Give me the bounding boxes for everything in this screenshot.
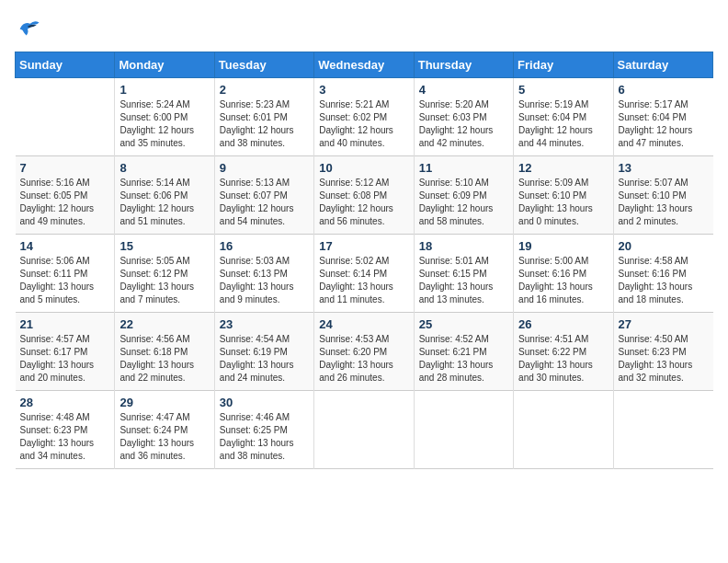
calendar-cell: 16Sunrise: 5:03 AM Sunset: 6:13 PM Dayli… [214, 235, 313, 313]
calendar-cell: 26Sunrise: 4:51 AM Sunset: 6:22 PM Dayli… [514, 313, 613, 391]
calendar-table: SundayMondayTuesdayWednesdayThursdayFrid… [15, 52, 713, 469]
calendar-cell: 13Sunrise: 5:07 AM Sunset: 6:10 PM Dayli… [613, 156, 712, 235]
day-info: Sunrise: 4:46 AM Sunset: 6:25 PM Dayligh… [220, 411, 309, 463]
day-info: Sunrise: 4:58 AM Sunset: 6:16 PM Dayligh… [619, 255, 709, 306]
day-info: Sunrise: 5:13 AM Sunset: 6:07 PM Dayligh… [220, 177, 309, 228]
day-info: Sunrise: 5:14 AM Sunset: 6:06 PM Dayligh… [119, 177, 209, 228]
calendar-cell: 29Sunrise: 4:47 AM Sunset: 6:24 PM Dayli… [115, 391, 214, 469]
day-info: Sunrise: 5:09 AM Sunset: 6:10 PM Dayligh… [518, 177, 608, 228]
calendar-cell: 1Sunrise: 5:24 AM Sunset: 6:00 PM Daylig… [115, 78, 214, 156]
calendar-cell: 24Sunrise: 4:53 AM Sunset: 6:20 PM Dayli… [314, 313, 414, 391]
day-number: 21 [20, 317, 110, 331]
calendar-cell: 8Sunrise: 5:14 AM Sunset: 6:06 PM Daylig… [115, 156, 214, 235]
calendar-cell: 22Sunrise: 4:56 AM Sunset: 6:18 PM Dayli… [115, 313, 214, 391]
weekday-header-wednesday: Wednesday [314, 52, 414, 78]
day-number: 19 [518, 239, 608, 253]
calendar-cell: 21Sunrise: 4:57 AM Sunset: 6:17 PM Dayli… [16, 313, 115, 391]
day-info: Sunrise: 5:01 AM Sunset: 6:15 PM Dayligh… [419, 255, 508, 306]
calendar-cell: 6Sunrise: 5:17 AM Sunset: 6:04 PM Daylig… [613, 78, 712, 156]
day-number: 30 [220, 396, 309, 409]
day-number: 12 [518, 161, 608, 175]
day-info: Sunrise: 5:05 AM Sunset: 6:12 PM Dayligh… [119, 255, 209, 306]
day-info: Sunrise: 4:57 AM Sunset: 6:17 PM Dayligh… [20, 333, 110, 385]
calendar-cell: 3Sunrise: 5:21 AM Sunset: 6:02 PM Daylig… [314, 78, 414, 156]
day-number: 27 [619, 317, 709, 331]
day-info: Sunrise: 4:52 AM Sunset: 6:21 PM Dayligh… [419, 333, 508, 385]
day-number: 26 [518, 317, 608, 331]
day-number: 20 [619, 239, 709, 253]
calendar-cell: 23Sunrise: 4:54 AM Sunset: 6:19 PM Dayli… [214, 313, 313, 391]
day-number: 14 [20, 239, 110, 253]
day-number: 9 [220, 161, 309, 175]
weekday-header-tuesday: Tuesday [214, 52, 313, 78]
day-number: 10 [319, 161, 408, 175]
day-number: 24 [319, 317, 408, 331]
calendar-cell: 12Sunrise: 5:09 AM Sunset: 6:10 PM Dayli… [514, 156, 613, 235]
day-info: Sunrise: 5:20 AM Sunset: 6:03 PM Dayligh… [419, 98, 508, 150]
day-info: Sunrise: 5:16 AM Sunset: 6:05 PM Dayligh… [20, 177, 110, 228]
calendar-cell: 19Sunrise: 5:00 AM Sunset: 6:16 PM Dayli… [514, 235, 613, 313]
day-number: 16 [220, 239, 309, 253]
calendar-week-4: 21Sunrise: 4:57 AM Sunset: 6:17 PM Dayli… [16, 313, 713, 391]
day-number: 3 [319, 83, 408, 97]
calendar-cell [613, 391, 712, 469]
day-number: 28 [20, 396, 110, 409]
calendar-week-1: 1Sunrise: 5:24 AM Sunset: 6:00 PM Daylig… [16, 78, 713, 156]
page-header [15, 15, 713, 40]
weekday-row: SundayMondayTuesdayWednesdayThursdayFrid… [16, 52, 713, 78]
calendar-cell: 18Sunrise: 5:01 AM Sunset: 6:15 PM Dayli… [414, 235, 513, 313]
calendar-cell [16, 78, 115, 156]
calendar-cell: 28Sunrise: 4:48 AM Sunset: 6:23 PM Dayli… [16, 391, 115, 469]
day-info: Sunrise: 5:21 AM Sunset: 6:02 PM Dayligh… [319, 98, 408, 150]
day-number: 15 [119, 239, 209, 253]
day-info: Sunrise: 5:23 AM Sunset: 6:01 PM Dayligh… [220, 98, 309, 150]
day-info: Sunrise: 4:47 AM Sunset: 6:24 PM Dayligh… [119, 411, 209, 463]
weekday-header-friday: Friday [514, 52, 613, 78]
day-number: 6 [619, 83, 709, 97]
day-info: Sunrise: 4:51 AM Sunset: 6:22 PM Dayligh… [518, 333, 608, 385]
calendar-body: 1Sunrise: 5:24 AM Sunset: 6:00 PM Daylig… [16, 78, 713, 469]
calendar-cell: 25Sunrise: 4:52 AM Sunset: 6:21 PM Dayli… [414, 313, 513, 391]
weekday-header-thursday: Thursday [414, 52, 513, 78]
day-info: Sunrise: 5:10 AM Sunset: 6:09 PM Dayligh… [419, 177, 508, 228]
calendar-header: SundayMondayTuesdayWednesdayThursdayFrid… [16, 52, 713, 78]
calendar-cell: 9Sunrise: 5:13 AM Sunset: 6:07 PM Daylig… [214, 156, 313, 235]
day-number: 13 [619, 161, 709, 175]
day-info: Sunrise: 4:54 AM Sunset: 6:19 PM Dayligh… [220, 333, 309, 385]
calendar-cell: 5Sunrise: 5:19 AM Sunset: 6:04 PM Daylig… [514, 78, 613, 156]
calendar-week-2: 7Sunrise: 5:16 AM Sunset: 6:05 PM Daylig… [16, 156, 713, 235]
day-info: Sunrise: 4:53 AM Sunset: 6:20 PM Dayligh… [319, 333, 408, 385]
calendar-cell: 11Sunrise: 5:10 AM Sunset: 6:09 PM Dayli… [414, 156, 513, 235]
day-info: Sunrise: 4:50 AM Sunset: 6:23 PM Dayligh… [619, 333, 709, 385]
calendar-cell: 15Sunrise: 5:05 AM Sunset: 6:12 PM Dayli… [115, 235, 214, 313]
day-info: Sunrise: 5:00 AM Sunset: 6:16 PM Dayligh… [518, 255, 608, 306]
day-number: 25 [419, 317, 508, 331]
day-number: 7 [20, 161, 110, 175]
day-info: Sunrise: 5:12 AM Sunset: 6:08 PM Dayligh… [319, 177, 408, 228]
day-number: 5 [518, 83, 608, 97]
day-number: 2 [220, 83, 309, 97]
calendar-cell: 14Sunrise: 5:06 AM Sunset: 6:11 PM Dayli… [16, 235, 115, 313]
day-number: 29 [119, 396, 209, 409]
calendar-cell: 17Sunrise: 5:02 AM Sunset: 6:14 PM Dayli… [314, 235, 414, 313]
calendar-week-5: 28Sunrise: 4:48 AM Sunset: 6:23 PM Dayli… [16, 391, 713, 469]
calendar-week-3: 14Sunrise: 5:06 AM Sunset: 6:11 PM Dayli… [16, 235, 713, 313]
day-number: 8 [119, 161, 209, 175]
calendar-cell: 30Sunrise: 4:46 AM Sunset: 6:25 PM Dayli… [214, 391, 313, 469]
day-info: Sunrise: 5:02 AM Sunset: 6:14 PM Dayligh… [319, 255, 408, 306]
weekday-header-monday: Monday [115, 52, 214, 78]
day-info: Sunrise: 5:03 AM Sunset: 6:13 PM Dayligh… [220, 255, 309, 306]
day-number: 23 [220, 317, 309, 331]
calendar-cell: 20Sunrise: 4:58 AM Sunset: 6:16 PM Dayli… [613, 235, 712, 313]
calendar-cell: 4Sunrise: 5:20 AM Sunset: 6:03 PM Daylig… [414, 78, 513, 156]
calendar-cell [414, 391, 513, 469]
day-info: Sunrise: 5:17 AM Sunset: 6:04 PM Dayligh… [619, 98, 709, 150]
day-number: 11 [419, 161, 508, 175]
day-number: 4 [419, 83, 508, 97]
day-info: Sunrise: 5:06 AM Sunset: 6:11 PM Dayligh… [20, 255, 110, 306]
calendar-cell [314, 391, 414, 469]
day-info: Sunrise: 4:56 AM Sunset: 6:18 PM Dayligh… [119, 333, 209, 385]
logo-bird-icon [15, 15, 40, 40]
day-number: 18 [419, 239, 508, 253]
day-info: Sunrise: 5:24 AM Sunset: 6:00 PM Dayligh… [119, 98, 209, 150]
